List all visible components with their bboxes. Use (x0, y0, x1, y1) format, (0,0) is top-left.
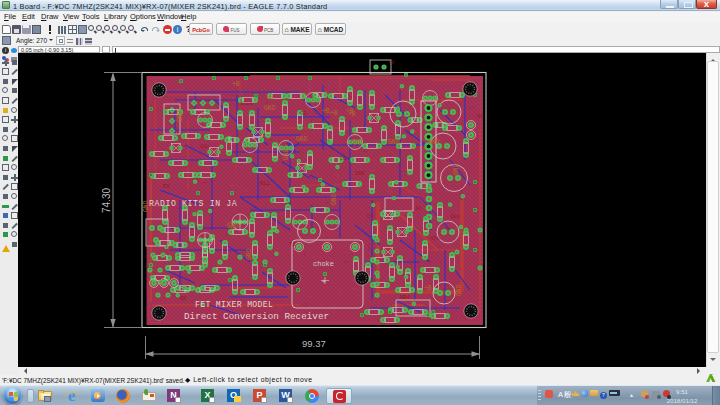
svg-text:R12: R12 (260, 181, 270, 187)
svg-text:NB4: NB4 (400, 295, 410, 301)
svg-text:74.30: 74.30 (101, 188, 112, 213)
svg-text:RX: RX (180, 296, 187, 302)
svg-text:FET MIXER MODEL: FET MIXER MODEL (195, 300, 273, 309)
svg-text:100k: 100k (240, 101, 253, 107)
svg-text:GND: GND (388, 139, 400, 146)
svg-text:SP: SP (477, 114, 483, 120)
svg-text:C3: C3 (300, 111, 306, 117)
svg-text:C8: C8 (367, 214, 373, 220)
svg-text:+B: +B (330, 110, 338, 117)
svg-text:+B: +B (322, 108, 330, 115)
svg-text:+B: +B (266, 94, 274, 101)
svg-text:GND: GND (177, 110, 184, 122)
svg-text:+: + (322, 279, 326, 286)
svg-text:GND: GND (264, 105, 276, 112)
svg-text:GND: GND (351, 139, 363, 146)
svg-text:99.37: 99.37 (302, 338, 326, 349)
svg-text:+V: +V (388, 60, 395, 66)
svg-text:2SK: 2SK (355, 171, 365, 177)
svg-text:GND: GND (283, 148, 290, 160)
svg-text:47u: 47u (430, 236, 440, 242)
svg-text:GND: GND (143, 200, 150, 212)
svg-text:+B: +B (232, 81, 240, 88)
svg-text:+B: +B (424, 285, 432, 292)
svg-text:GND: GND (456, 284, 463, 296)
svg-text:GND: GND (227, 223, 239, 230)
svg-text:GND: GND (453, 163, 460, 175)
svg-text:GND: GND (331, 193, 338, 205)
svg-text:RADIO KITS IN JA: RADIO KITS IN JA (149, 199, 237, 208)
svg-text:GND: GND (246, 248, 253, 260)
svg-text:L1: L1 (340, 156, 346, 162)
svg-text:GND: GND (428, 139, 440, 146)
svg-text:T1: T1 (289, 242, 295, 248)
svg-text:1k: 1k (415, 206, 421, 212)
svg-text:+B: +B (348, 111, 356, 118)
svg-text:GND: GND (296, 136, 308, 143)
svg-text:choke: choke (313, 260, 334, 268)
svg-text:Direct Conversion Receiver: Direct Conversion Receiver (184, 311, 329, 322)
svg-text:10u: 10u (450, 214, 460, 220)
svg-text:R3: R3 (163, 184, 169, 190)
svg-text:10u: 10u (200, 144, 210, 150)
